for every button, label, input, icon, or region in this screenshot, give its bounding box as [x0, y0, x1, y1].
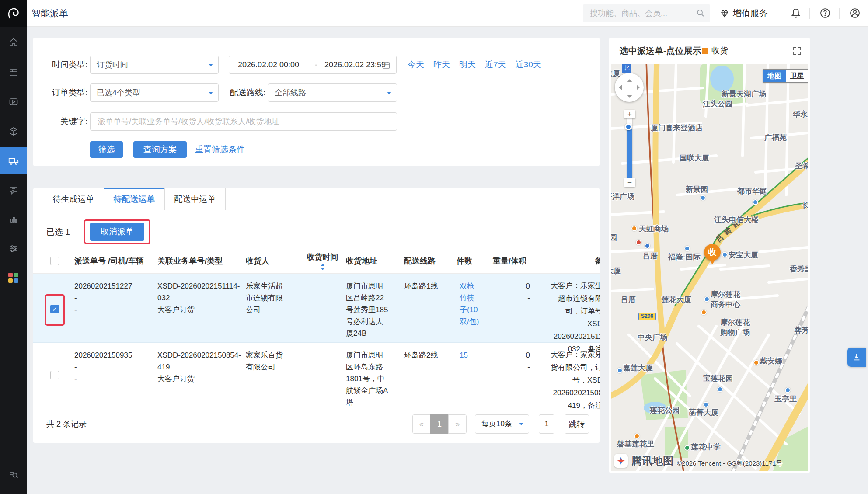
- quick-link-0[interactable]: 今天: [408, 59, 424, 70]
- weight-volume-cell: 0-: [488, 343, 536, 412]
- map-place-label-line: 购物广场: [720, 327, 750, 337]
- remark-line: 大客户：乐家生: [539, 279, 600, 292]
- pieces-cell: 15: [451, 343, 488, 412]
- app-logo-icon[interactable]: [0, 0, 27, 27]
- prev-page-button[interactable]: «: [412, 414, 431, 434]
- current-page[interactable]: 1: [430, 414, 449, 434]
- quick-link-4[interactable]: 近30天: [516, 59, 541, 70]
- keyword-input[interactable]: [90, 112, 397, 131]
- sidebar-item-apps[interactable]: [0, 264, 27, 291]
- poi-dot: [645, 243, 650, 249]
- map-place-label: 国联大厦: [680, 153, 709, 163]
- account-button[interactable]: [849, 7, 861, 21]
- row-checkbox[interactable]: ✓: [50, 305, 59, 313]
- value-added-services-button[interactable]: 增值服务: [719, 0, 768, 27]
- quick-link-1[interactable]: 昨天: [433, 59, 450, 70]
- pan-up-arrow[interactable]: [627, 79, 632, 82]
- jump-button[interactable]: 跳转: [565, 414, 589, 434]
- tab-0[interactable]: 待生成运单: [43, 188, 104, 210]
- map-place-label: 宝莲花园: [703, 373, 733, 383]
- pan-down-arrow[interactable]: [627, 95, 632, 98]
- sidebar-item-dispatch[interactable]: [0, 147, 27, 174]
- quick-link-3[interactable]: 近7天: [485, 59, 506, 70]
- row-checkbox[interactable]: [50, 371, 59, 379]
- fullscreen-icon[interactable]: [792, 46, 802, 58]
- time-type-select[interactable]: 订货时间: [90, 56, 219, 74]
- pieces-link[interactable]: 15: [460, 349, 479, 361]
- waybill-panel: 待生成运单待配送运单配送中运单 已选 1 取消派单 派送单号 /司机/车辆关联业…: [33, 188, 600, 443]
- global-search[interactable]: [583, 4, 710, 22]
- order-type-select[interactable]: 已选4个类型: [90, 83, 219, 102]
- download-button[interactable]: [847, 348, 866, 367]
- map-pan-control[interactable]: [615, 73, 644, 102]
- jump-page-input[interactable]: [539, 414, 554, 434]
- quick-link-2[interactable]: 明天: [459, 59, 476, 70]
- notifications-button[interactable]: [790, 7, 802, 21]
- sidebar-item-home[interactable]: [0, 28, 27, 55]
- map-place-label: 厦门喜来登酒店: [651, 123, 703, 133]
- sidebar-item-search-logs[interactable]: [0, 461, 27, 488]
- column-header-9: 备注: [536, 256, 600, 266]
- dispatch-line: -: [74, 361, 157, 373]
- calendar-icon: [382, 61, 390, 70]
- order-type-label: 订单类型:: [35, 83, 87, 102]
- pan-left-arrow[interactable]: [619, 85, 622, 90]
- address-cell: 厦门市思明区环岛东路1801号，中航紫金广场A塔: [346, 343, 404, 412]
- pan-right-arrow[interactable]: [637, 85, 640, 90]
- sort-arrows[interactable]: [321, 264, 325, 270]
- question-icon: [819, 7, 831, 19]
- tab-1[interactable]: 待配送运单: [104, 188, 165, 210]
- sort-desc-icon[interactable]: [321, 268, 325, 270]
- poi-dot: [700, 195, 706, 201]
- page-size-select[interactable]: 每页10条: [475, 414, 529, 434]
- dispatch-line: -: [74, 373, 157, 385]
- sidebar-item-messages[interactable]: [0, 177, 27, 203]
- sidebar-item-package[interactable]: [0, 118, 27, 144]
- weight-value: 0: [488, 280, 530, 292]
- poi-dot: [684, 445, 690, 451]
- chevron-down-icon: [519, 423, 523, 425]
- divider: [76, 225, 76, 240]
- query-plan-button[interactable]: 查询方案: [133, 141, 187, 158]
- table-footer: 共 2 条记录 « 1 » 每页10条 跳转: [33, 414, 600, 435]
- page-title: 智能派单: [31, 0, 68, 27]
- sidebar-item-store[interactable]: [0, 59, 27, 86]
- tab-2[interactable]: 配送中运单: [164, 188, 226, 210]
- zoom-out-button[interactable]: −: [624, 178, 635, 187]
- zoom-slider-handle[interactable]: [625, 123, 632, 130]
- route-select[interactable]: 全部线路: [268, 83, 397, 102]
- cancel-dispatch-button[interactable]: 取消派单: [90, 223, 144, 241]
- pieces-link[interactable]: 双枪竹筷子(10双/包): [460, 280, 479, 327]
- zoom-in-button[interactable]: +: [624, 110, 635, 118]
- map-provider-name: 腾讯地图: [631, 454, 673, 468]
- next-page-button[interactable]: »: [448, 414, 467, 434]
- zoom-slider-fill: [627, 129, 632, 178]
- select-all-checkbox[interactable]: [50, 257, 59, 265]
- sidebar-item-reports[interactable]: [0, 206, 27, 233]
- related-line: 大客户订货: [157, 373, 242, 385]
- sidebar-item-video[interactable]: [0, 88, 27, 115]
- sort-asc-icon[interactable]: [321, 264, 325, 266]
- global-search-input[interactable]: [590, 4, 690, 22]
- help-button[interactable]: [819, 7, 831, 21]
- map-type-map[interactable]: 地图: [763, 70, 786, 82]
- row-checkbox-cell: [33, 343, 74, 412]
- address-text: 厦门市思明区环岛东路1801号，中航紫金广场A塔: [346, 349, 389, 408]
- map-type-satellite[interactable]: 卫星: [786, 70, 808, 82]
- column-header-6: 配送线路: [404, 256, 451, 266]
- date-end: 2026.02.02 23:59: [324, 56, 386, 73]
- column-header-2: 关联业务单号/类型: [157, 256, 246, 266]
- map-title: 选中派送单-点位展示: [620, 38, 701, 64]
- map-place-label: 戴安娜: [760, 356, 782, 366]
- map-place-label: 广福苑: [764, 132, 787, 143]
- map-place-label: 都市华庭: [737, 186, 767, 196]
- receive-marker[interactable]: 收: [704, 244, 721, 261]
- map-canvas[interactable]: 吕岭路 S206 大厦新景天湖广场江头公园华永天地厦门喜来登酒店广福苑国联大厦圣…: [611, 64, 808, 471]
- date-range-picker[interactable]: 2026.02.02 00:00 - 2026.02.02 23:59: [229, 56, 397, 74]
- filter-button[interactable]: 筛选: [90, 141, 123, 158]
- map-place-label: 玉亭里: [774, 394, 797, 404]
- time-type-value: 订货时间: [97, 56, 128, 73]
- reset-filters-link[interactable]: 重置筛选条件: [195, 141, 245, 158]
- sidebar-item-settings[interactable]: [0, 235, 27, 262]
- map-header: 选中派送单-点位展示 收货: [609, 38, 810, 64]
